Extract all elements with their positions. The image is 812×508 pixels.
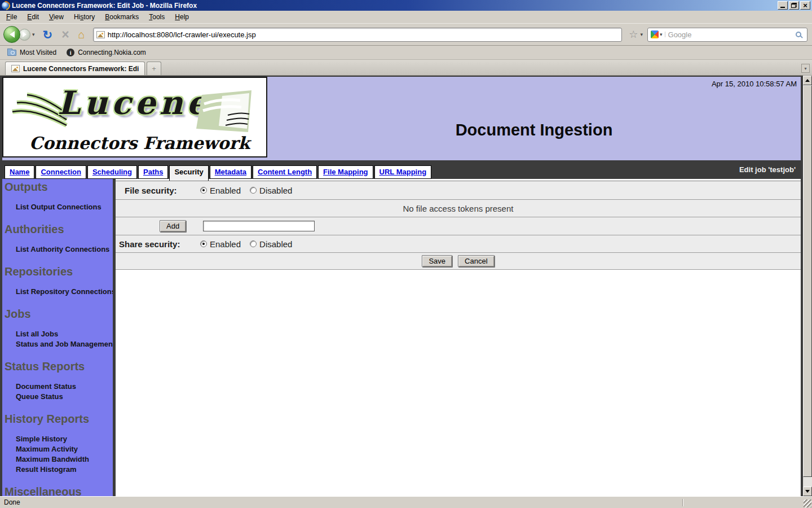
status-text: Done	[4, 498, 20, 506]
file-security-disabled-radio[interactable]	[250, 187, 257, 194]
sidebar-heading: Outputs	[5, 181, 113, 194]
tab-security[interactable]: Security	[169, 165, 208, 181]
back-button[interactable]	[3, 26, 20, 43]
bookmark-star-icon[interactable]: ☆	[629, 29, 638, 40]
sidebar-section-jobs: Jobs List all Jobs Status and Job Manage…	[5, 308, 113, 349]
list-tabs-button[interactable]: ▾	[801, 64, 810, 73]
page-viewport: Lucene Connectors Framework Apr 15, 2010…	[0, 76, 803, 496]
sidebar-item-document-status[interactable]: Document Status	[5, 382, 113, 391]
scrollbar-track[interactable]	[803, 477, 812, 487]
menu-bookmarks[interactable]: Bookmarks	[100, 11, 144, 23]
search-input[interactable]	[665, 30, 796, 39]
no-tokens-message: No file access tokens present	[403, 204, 514, 213]
back-arrow-icon	[10, 31, 15, 38]
url-bar	[93, 28, 623, 42]
tab-name[interactable]: Name	[5, 165, 34, 179]
scrollbar-thumb[interactable]	[803, 85, 812, 477]
sidebar-item-queue-status[interactable]: Queue Status	[5, 392, 113, 401]
sidebar-heading: Miscellaneous	[5, 485, 113, 496]
menu-bar: File Edit View History Bookmarks Tools H…	[0, 11, 812, 24]
status-bar: Done	[0, 496, 812, 508]
logo-document-icon	[195, 90, 255, 135]
bookmark-label: Most Visited	[20, 49, 56, 56]
sidebar-item-list-repository-connections[interactable]: List Repository Connections	[5, 287, 113, 296]
logo-subtitle: Connectors Framework	[29, 133, 250, 153]
sidebar-item-status-job-management[interactable]: Status and Job Management	[5, 340, 113, 349]
tab-file-mapping[interactable]: File Mapping	[318, 165, 373, 179]
job-tab-strip: Name Connection Scheduling Paths Securit…	[2, 160, 801, 179]
token-input[interactable]	[203, 221, 315, 231]
menu-file[interactable]: File	[1, 11, 22, 23]
stop-button[interactable]: ×	[61, 28, 69, 41]
sidebar-section-status-reports: Status Reports Document Status Queue Sta…	[5, 360, 113, 401]
navigation-toolbar: ▾ ↻ × ⌂ ☆ ▾ ▾	[0, 24, 812, 46]
file-security-enabled-radio[interactable]	[200, 187, 207, 194]
bookmark-connecting-nokia[interactable]: i Connecting.Nokia.com	[61, 47, 151, 58]
tab-scheduling[interactable]: Scheduling	[87, 165, 137, 179]
sidebar-section-miscellaneous: Miscellaneous Help	[5, 485, 113, 496]
tab-connection[interactable]: Connection	[36, 165, 86, 179]
resize-grip-icon[interactable]	[804, 500, 811, 507]
radio-label-disabled: Disabled	[259, 186, 292, 195]
window-title: Lucene Connectors Framework: Edit Job - …	[12, 2, 778, 10]
search-engine-dropdown-icon[interactable]: ▾	[659, 32, 665, 37]
sidebar-item-maximum-bandwidth[interactable]: Maximum Bandwidth	[5, 455, 113, 464]
share-security-disabled-radio[interactable]	[250, 240, 257, 247]
restore-button[interactable]	[789, 1, 799, 10]
browser-tab-bar: Lucene Connectors Framework: Edit ... + …	[0, 60, 812, 76]
search-box: ▾	[647, 28, 807, 42]
down-arrow-icon	[805, 490, 810, 493]
file-security-row: File security: Enabled Disabled	[116, 181, 801, 200]
forward-button[interactable]	[19, 29, 30, 41]
add-token-row: Add	[116, 217, 801, 235]
sidebar-item-list-all-jobs[interactable]: List all Jobs	[5, 330, 113, 339]
tab-paths[interactable]: Paths	[138, 165, 168, 179]
refresh-button[interactable]: ↻	[43, 29, 53, 41]
logo-word: Lucene	[58, 84, 211, 121]
new-tab-stub[interactable]: +	[147, 62, 161, 75]
sidebar-item-result-histogram[interactable]: Result Histogram	[5, 465, 113, 474]
menu-tools[interactable]: Tools	[144, 11, 170, 23]
sidebar-item-list-authority-connections[interactable]: List Authority Connections	[5, 245, 113, 254]
sidebar-item-simple-history[interactable]: Simple History	[5, 435, 113, 444]
window-titlebar: Lucene Connectors Framework: Edit Job - …	[0, 0, 812, 11]
menu-history[interactable]: History	[69, 11, 100, 23]
tab-content-length[interactable]: Content Length	[253, 165, 317, 179]
radio-label-disabled: Disabled	[259, 239, 292, 249]
sidebar-item-maximum-activity[interactable]: Maximum Activity	[5, 445, 113, 454]
menu-help[interactable]: Help	[170, 11, 194, 23]
sidebar-section-authorities: Authorities List Authority Connections	[5, 223, 113, 254]
scrollbar-down-button[interactable]	[803, 487, 812, 496]
scrollbar-up-button[interactable]	[803, 76, 812, 85]
menu-edit[interactable]: Edit	[22, 11, 44, 23]
save-button[interactable]: Save	[422, 255, 452, 267]
share-security-label: Share security:	[116, 239, 200, 249]
bookmark-label: Connecting.Nokia.com	[78, 49, 146, 56]
search-magnifier-icon[interactable]	[796, 32, 801, 37]
lucene-logo: Lucene Connectors Framework	[2, 77, 267, 157]
page-title: Document Ingestion	[267, 121, 801, 139]
share-security-enabled-radio[interactable]	[200, 240, 207, 247]
tab-metadata[interactable]: Metadata	[210, 165, 251, 179]
lcf-page: Lucene Connectors Framework Apr 15, 2010…	[0, 76, 803, 496]
cancel-button[interactable]: Cancel	[458, 255, 494, 267]
sidebar-item-list-output-connections[interactable]: List Output Connections	[5, 203, 113, 212]
tab-url-mapping[interactable]: URL Mapping	[374, 165, 432, 179]
close-button[interactable]: ×	[800, 1, 810, 10]
menu-view[interactable]: View	[44, 11, 69, 23]
job-security-form: File security: Enabled Disabled No file …	[116, 179, 801, 496]
minimize-button[interactable]	[778, 1, 788, 10]
browser-tab-active[interactable]: Lucene Connectors Framework: Edit ...	[5, 62, 145, 75]
form-actions-row: Save Cancel	[116, 253, 801, 270]
sidebar-section-repositories: Repositories List Repository Connections	[5, 265, 113, 296]
add-token-button[interactable]: Add	[160, 220, 186, 232]
sidebar-heading: Repositories	[5, 265, 113, 278]
history-dropdown-icon[interactable]: ▾	[32, 32, 35, 37]
bookmarks-toolbar: Most Visited i Connecting.Nokia.com	[0, 46, 812, 60]
bookmark-dropdown-icon[interactable]: ▾	[640, 32, 643, 37]
bookmark-most-visited[interactable]: Most Visited	[2, 47, 61, 58]
home-button[interactable]: ⌂	[78, 29, 85, 40]
url-input[interactable]	[105, 30, 619, 39]
info-icon: i	[67, 49, 74, 56]
vertical-scrollbar[interactable]	[803, 76, 812, 496]
